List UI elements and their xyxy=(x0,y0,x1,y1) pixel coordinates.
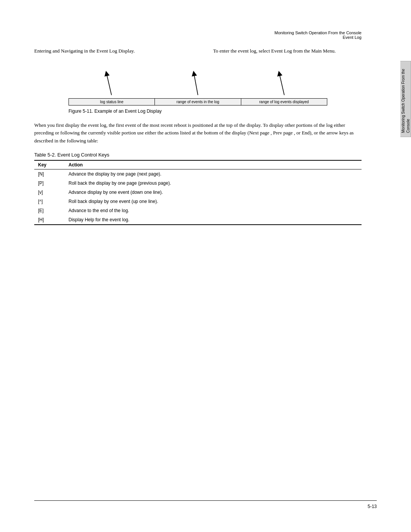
side-tab: Monitoring Switch Operation From the Con… xyxy=(400,61,411,137)
figure-caption: Figure 5-11. Example of an Event Log Dis… xyxy=(68,109,327,114)
svg-line-3 xyxy=(194,73,198,95)
arrow-1 xyxy=(77,70,146,97)
table-row: [N]Advance the display by one page (next… xyxy=(34,169,362,179)
page-header: Monitoring Switch Operation From the Con… xyxy=(34,30,362,40)
intro-left-text: Entering and Navigating in the Event Log… xyxy=(34,47,209,55)
control-table: Key Action [N]Advance the display by one… xyxy=(34,160,362,225)
table-cell-key: [v] xyxy=(34,188,65,197)
table-row: [P]Roll back the display by one page (pr… xyxy=(34,179,362,188)
table-title: Table 5-2. Event Log Control Keys xyxy=(34,152,362,158)
header-main-title: Monitoring Switch Operation From the Con… xyxy=(34,30,362,35)
table-cell-action: Advance display by one event (down one l… xyxy=(65,188,362,197)
diagram-label-3: range of log events displayed xyxy=(241,99,327,105)
table-cell-action: Roll back the display by one page (previ… xyxy=(65,179,362,188)
table-cell-key: [^] xyxy=(34,197,65,206)
table-cell-action: Advance to the end of the log. xyxy=(65,206,362,215)
arrow-1-icon xyxy=(104,70,119,97)
diagram-arrows xyxy=(68,70,327,97)
diagram-label-1: log status line xyxy=(69,99,155,105)
table-cell-key: [E] xyxy=(34,206,65,215)
arrow-2-icon xyxy=(190,70,206,97)
table-row: [^]Roll back display by one event (up on… xyxy=(34,197,362,206)
table-cell-action: Display Help for the event log. xyxy=(65,215,362,225)
svg-line-5 xyxy=(279,73,284,95)
side-tab-text: Monitoring Switch Operation From the Con… xyxy=(401,65,411,133)
table-row: [E]Advance to the end of the log. xyxy=(34,206,362,215)
header-sub-title: Event Log xyxy=(34,35,362,40)
table-row: [v]Advance display by one event (down on… xyxy=(34,188,362,197)
diagram-section: log status line range of events in the l… xyxy=(34,70,362,114)
intro-section: Entering and Navigating in the Event Log… xyxy=(34,47,362,55)
body-text: When you first display the event log, th… xyxy=(34,121,362,145)
diagram-label-2: range of events in the log xyxy=(155,99,241,105)
table-cell-action: Advance the display by one page (next pa… xyxy=(65,169,362,179)
table-row: [H]Display Help for the event log. xyxy=(34,215,362,225)
arrow-3-icon xyxy=(277,70,292,97)
page-footer: 5-13 xyxy=(34,500,377,509)
table-cell-action: Roll back display by one event (up one l… xyxy=(65,197,362,206)
intro-right-text: To enter the event log, select Event Log… xyxy=(209,47,362,55)
page-container: Monitoring Switch Operation From the Con… xyxy=(0,0,411,532)
col-header-action: Action xyxy=(65,160,362,169)
diagram-labels: log status line range of events in the l… xyxy=(68,98,327,105)
col-header-key: Key xyxy=(34,160,65,169)
table-cell-key: [H] xyxy=(34,215,65,225)
arrow-2 xyxy=(164,70,232,97)
svg-line-1 xyxy=(107,73,112,95)
arrow-3 xyxy=(250,70,319,97)
page-number: 5-13 xyxy=(368,504,377,509)
table-cell-key: [P] xyxy=(34,179,65,188)
table-cell-key: [N] xyxy=(34,169,65,179)
